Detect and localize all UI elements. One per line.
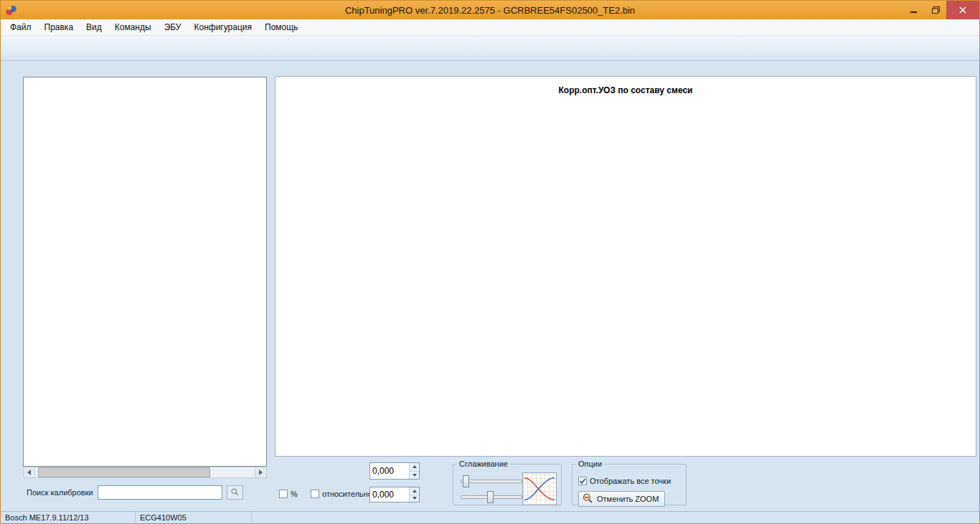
relative-spin-buttons [409,487,419,502]
spin-down-icon [413,474,417,477]
spin-up-button[interactable] [410,487,419,495]
status-empty [252,512,979,523]
checkbox-box [279,490,288,498]
scroll-thumb[interactable] [38,467,210,477]
status-software: ECG410W05 [136,512,252,523]
app-logo-icon [5,4,17,16]
menu-edit[interactable]: Правка [38,20,80,34]
spin-down-icon [413,497,417,500]
search-row: Поиск калибровки [27,485,243,500]
show-all-points-checkbox[interactable]: Отображать все точки [578,477,671,485]
search-label: Поиск калибровки [27,488,93,497]
cancel-zoom-label: Отменить ZOOM [597,495,659,503]
relative-spinbox [369,487,420,502]
value-spin-buttons [409,463,419,479]
spin-down-button[interactable] [410,472,419,480]
search-icon [230,487,240,498]
menu-commands[interactable]: Команды [108,20,158,34]
calibration-search-input[interactable] [98,485,222,500]
chart-panel: Корр.опт.УОЗ по составу смеси % относите… [269,61,979,511]
menu-configuration[interactable]: Конфигурация [187,20,258,34]
interpolation-curve-button[interactable] [522,472,557,505]
relative-label: относительно [322,490,372,498]
window-title: ChipTuningPRO ver.7.2019.22.2575 - GCRBR… [345,5,635,16]
value-input[interactable] [370,463,409,479]
slider-thumb[interactable] [463,475,469,487]
plot-svg[interactable] [275,118,976,455]
close-button[interactable] [946,1,979,19]
menu-help[interactable]: Помощь [258,20,304,34]
app-window: ChipTuningPRO ver.7.2019.22.2575 - GCRBR… [0,0,980,524]
maximize-button[interactable] [925,1,946,19]
spline-curves-icon [523,495,556,507]
zoom-cancel-icon [582,492,593,505]
minimize-button[interactable] [903,1,925,19]
options-label: Опции [576,459,604,468]
titlebar: ChipTuningPRO ver.7.2019.22.2575 - GCRBR… [1,1,979,19]
percent-checkbox[interactable]: % [279,490,298,498]
caption-buttons [903,1,979,19]
arrow-right-icon [259,470,263,475]
relative-checkbox[interactable]: относительно [311,490,372,498]
edit-controls: % относительно Сглаживание [269,459,980,508]
slider-thumb[interactable] [487,491,494,503]
scroll-left-button[interactable] [24,467,35,477]
menu-view[interactable]: Вид [80,20,108,34]
spin-down-button[interactable] [410,495,419,502]
scroll-right-button[interactable] [255,467,266,477]
show-all-points-label: Отображать все точки [590,477,671,485]
tree-horizontal-scrollbar[interactable] [23,467,267,478]
smoothing-label: Сглаживание [457,459,510,468]
spin-up-icon [413,465,417,468]
menu-file[interactable]: Файл [4,20,38,34]
side-tab-strip [1,61,21,511]
relative-value-input[interactable] [370,487,409,502]
search-button[interactable] [227,485,243,500]
menu-ecu[interactable]: ЭБУ [158,20,188,34]
chart-area: Корр.опт.УОЗ по составу смеси [275,76,976,457]
status-ecu: Bosch ME17.9.11/12/13 [1,512,136,523]
arrow-left-icon [27,470,31,475]
statusbar: Bosch ME17.9.11/12/13 ECG410W05 [1,511,979,523]
calibration-tree [23,77,267,467]
smoothing-slider-2[interactable] [461,495,522,499]
checkbox-box [311,490,319,498]
spin-up-button[interactable] [410,463,419,472]
smoothing-group: Сглаживание [453,459,562,505]
cancel-zoom-button[interactable]: Отменить ZOOM [578,491,665,507]
options-group: Опции Отображать все точки Отменить ZOOM [572,459,687,505]
smoothing-slider-1[interactable] [461,480,522,483]
value-spinbox [369,462,420,480]
menubar: ФайлПравкаВидКомандыЭБУКонфигурацияПомощ… [1,19,979,36]
toolbar [1,36,979,61]
chart-title: Корр.опт.УОЗ по составу смеси [275,85,976,95]
percent-label: % [291,490,298,498]
spin-up-icon [413,490,417,492]
checkbox-checked-box [578,477,587,485]
calibration-panel: Поиск калибровки [21,61,269,511]
